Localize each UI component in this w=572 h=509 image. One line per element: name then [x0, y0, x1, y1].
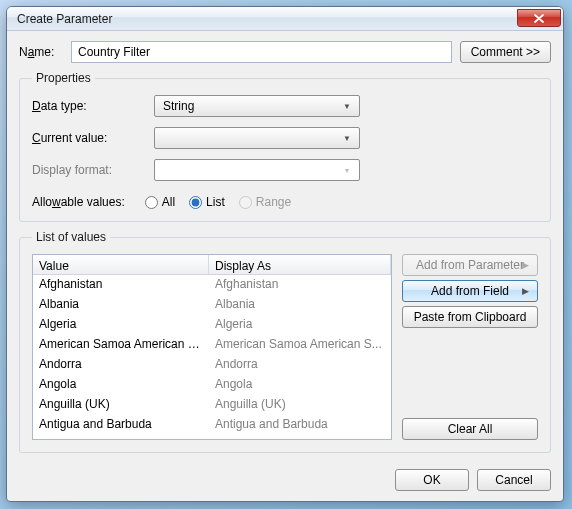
- name-input[interactable]: [71, 41, 452, 63]
- dialog-window: Create Parameter Name: Comment >> Proper…: [6, 6, 564, 502]
- comment-button[interactable]: Comment >>: [460, 41, 551, 63]
- table-row[interactable]: AngolaAngola: [33, 375, 391, 395]
- table-row[interactable]: AndorraAndorra: [33, 355, 391, 375]
- allowable-radio-all[interactable]: All: [145, 195, 175, 209]
- col-display[interactable]: Display As: [209, 255, 391, 274]
- display-format-label: Display format:: [32, 163, 146, 177]
- grid-body[interactable]: AfghanistanAfghanistanAlbaniaAlbaniaAlge…: [33, 275, 391, 439]
- table-row[interactable]: ArgentinaArgentina: [33, 435, 391, 439]
- properties-fieldset: Properties Data type: String ▼ Current v…: [19, 71, 551, 222]
- chevron-right-icon: ▶: [522, 260, 529, 270]
- cell-display[interactable]: Albania: [209, 295, 391, 315]
- add-from-field-button[interactable]: Add from Field▶: [402, 280, 538, 302]
- cell-display[interactable]: American Samoa American S...: [209, 335, 391, 355]
- cell-value[interactable]: Algeria: [33, 315, 209, 335]
- chevron-right-icon: ▶: [522, 286, 529, 296]
- ok-button[interactable]: OK: [395, 469, 469, 491]
- cell-value[interactable]: Andorra: [33, 355, 209, 375]
- chevron-down-icon: ▾: [339, 163, 355, 177]
- window-title: Create Parameter: [17, 12, 517, 26]
- paste-from-clipboard-button[interactable]: Paste from Clipboard: [402, 306, 538, 328]
- cell-display[interactable]: Angola: [209, 375, 391, 395]
- cell-display[interactable]: Algeria: [209, 315, 391, 335]
- table-row[interactable]: AlgeriaAlgeria: [33, 315, 391, 335]
- footer: OK Cancel: [7, 463, 563, 501]
- values-grid[interactable]: Value Display As AfghanistanAfghanistanA…: [32, 254, 392, 440]
- display-format-combo[interactable]: ▾: [154, 159, 360, 181]
- close-icon: [534, 14, 544, 23]
- clear-all-button[interactable]: Clear All: [402, 418, 538, 440]
- name-row: Name: Comment >>: [19, 41, 551, 63]
- cell-value[interactable]: Anguilla (UK): [33, 395, 209, 415]
- cell-display[interactable]: Anguilla (UK): [209, 395, 391, 415]
- cell-display[interactable]: Andorra: [209, 355, 391, 375]
- list-of-values-fieldset: List of values Value Display As Afghanis…: [19, 230, 551, 453]
- cell-value[interactable]: Albania: [33, 295, 209, 315]
- allowable-radio-range: Range: [239, 195, 291, 209]
- table-row[interactable]: AfghanistanAfghanistan: [33, 275, 391, 295]
- allowable-label: Allowable values:: [32, 195, 125, 209]
- chevron-down-icon: ▼: [339, 131, 355, 145]
- cell-display[interactable]: Argentina: [209, 435, 391, 439]
- list-of-values-legend: List of values: [32, 230, 110, 244]
- table-row[interactable]: Antigua and BarbudaAntigua and Barbuda: [33, 415, 391, 435]
- cancel-button[interactable]: Cancel: [477, 469, 551, 491]
- table-row[interactable]: Anguilla (UK)Anguilla (UK): [33, 395, 391, 415]
- cell-value[interactable]: Afghanistan: [33, 275, 209, 295]
- properties-legend: Properties: [32, 71, 95, 85]
- cell-display[interactable]: Antigua and Barbuda: [209, 415, 391, 435]
- data-type-combo[interactable]: String ▼: [154, 95, 360, 117]
- name-label: Name:: [19, 45, 63, 59]
- table-row[interactable]: American Samoa American SamoaAmerican Sa…: [33, 335, 391, 355]
- close-button[interactable]: [517, 9, 561, 27]
- cell-value[interactable]: Antigua and Barbuda: [33, 415, 209, 435]
- data-type-label: Data type:: [32, 99, 146, 113]
- grid-header: Value Display As: [33, 255, 391, 275]
- chevron-down-icon: ▼: [339, 99, 355, 113]
- titlebar: Create Parameter: [7, 7, 563, 31]
- col-value[interactable]: Value: [33, 255, 209, 274]
- current-value-combo[interactable]: ▼: [154, 127, 360, 149]
- cell-value[interactable]: Argentina: [33, 435, 209, 439]
- current-value-label: Current value:: [32, 131, 146, 145]
- cell-value[interactable]: American Samoa American Samoa: [33, 335, 209, 355]
- cell-value[interactable]: Angola: [33, 375, 209, 395]
- allowable-radio-list[interactable]: List: [189, 195, 225, 209]
- side-buttons: Add from Parameter▶ Add from Field▶ Past…: [402, 254, 538, 440]
- cell-display[interactable]: Afghanistan: [209, 275, 391, 295]
- allowable-row: Allowable values: All List Range: [32, 195, 538, 209]
- data-type-value: String: [163, 99, 194, 113]
- table-row[interactable]: AlbaniaAlbania: [33, 295, 391, 315]
- add-from-parameter-button: Add from Parameter▶: [402, 254, 538, 276]
